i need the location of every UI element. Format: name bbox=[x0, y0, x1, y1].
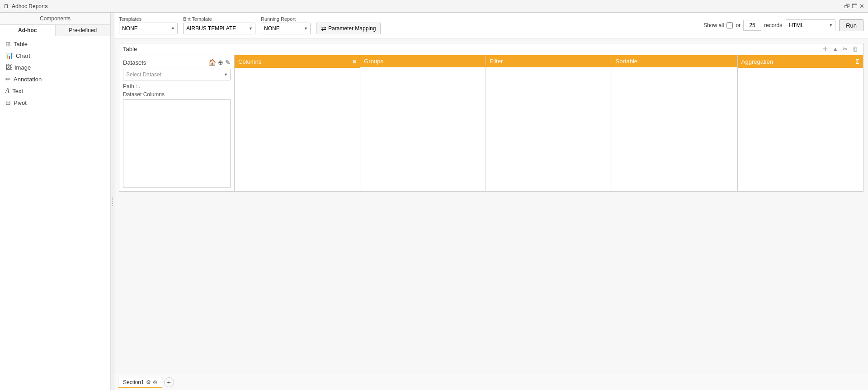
or-label: or bbox=[736, 22, 741, 28]
aggregation-panel: Aggregation Σ bbox=[738, 55, 863, 191]
sidebar-item-chart[interactable]: 📊 Chart bbox=[0, 50, 110, 61]
dataset-select[interactable]: Select Dataset bbox=[123, 69, 231, 80]
maximize-icon[interactable]: 🗖 bbox=[852, 3, 858, 9]
groups-panel-label: Groups bbox=[364, 58, 383, 65]
sidebar: Components Ad-hoc Pre-defined ⊞ Table 📊 … bbox=[0, 13, 111, 390]
tab-predefined[interactable]: Pre-defined bbox=[56, 25, 111, 36]
columns-panel-label: Columns bbox=[238, 58, 261, 65]
dataset-edit-icon[interactable]: ✎ bbox=[225, 59, 231, 66]
toolbar: Templates NONE Birt Template AIRBUS TEMP… bbox=[114, 13, 868, 38]
format-select-wrapper: HTML PDF Excel CSV bbox=[786, 19, 835, 31]
running-report-select[interactable]: NONE bbox=[261, 23, 311, 34]
sidebar-items: ⊞ Table 📊 Chart 🖼 Image ✏ Annotation A T… bbox=[0, 36, 110, 110]
templates-label: Templates bbox=[119, 16, 178, 22]
run-button[interactable]: Run bbox=[839, 19, 863, 31]
dataset-select-wrapper: Select Dataset bbox=[123, 69, 231, 80]
annotation-icon: ✏ bbox=[5, 75, 11, 83]
templates-group: Templates NONE bbox=[119, 16, 178, 34]
aggregation-panel-icon: Σ bbox=[855, 58, 859, 65]
sidebar-item-text[interactable]: A Text bbox=[0, 85, 110, 97]
toolbar-right: Show all or records HTML PDF Excel CSV R… bbox=[703, 19, 863, 31]
section-up-icon[interactable]: ▲ bbox=[831, 45, 840, 53]
table-icon: ⊞ bbox=[5, 40, 11, 47]
title-bar-controls: 🗗 🗖 ✕ bbox=[844, 3, 864, 9]
running-report-label: Running Report bbox=[261, 16, 311, 22]
columns-panels: Columns ≡ Groups bbox=[235, 55, 863, 191]
sortable-panel-header: Sortable bbox=[612, 55, 737, 67]
sidebar-item-image-label: Image bbox=[14, 64, 31, 71]
columns-panel-header: Columns ≡ bbox=[235, 55, 360, 68]
table-section-title: Table bbox=[123, 46, 137, 52]
columns-panel: Columns ≡ bbox=[235, 55, 360, 191]
aggregation-panel-header: Aggregation Σ bbox=[738, 55, 863, 68]
section-delete-icon[interactable]: 🗑 bbox=[851, 45, 859, 53]
dataset-panel: Datasets 🏠 ⊕ ✎ Select Dataset Path : . D… bbox=[119, 55, 235, 191]
sidebar-item-image[interactable]: 🖼 Image bbox=[0, 61, 110, 73]
dataset-columns-box bbox=[123, 99, 231, 188]
section1-close-icon[interactable]: ⊗ bbox=[153, 379, 157, 385]
birt-template-select-wrapper: AIRBUS TEMPLATE bbox=[183, 23, 255, 34]
sidebar-item-chart-label: Chart bbox=[16, 52, 30, 59]
aggregation-panel-label: Aggregation bbox=[741, 58, 773, 65]
dataset-title: Datasets bbox=[123, 59, 146, 66]
title-bar-left: 🗒 Adhoc Reports bbox=[4, 3, 47, 9]
records-input[interactable] bbox=[743, 20, 761, 31]
table-section-header: Table ✛ ▲ ✂ 🗑 bbox=[119, 43, 863, 55]
running-report-select-wrapper: NONE bbox=[261, 23, 311, 34]
main-layout: Components Ad-hoc Pre-defined ⊞ Table 📊 … bbox=[0, 13, 868, 390]
app-title: Adhoc Reports bbox=[12, 3, 47, 9]
bottom-tab-section1[interactable]: Section1 ⚙ ⊗ bbox=[118, 377, 162, 388]
section-actions: ✛ ▲ ✂ 🗑 bbox=[821, 45, 859, 53]
title-bar: 🗒 Adhoc Reports 🗗 🗖 ✕ bbox=[0, 0, 868, 13]
columns-panel-icon: ≡ bbox=[353, 58, 356, 65]
dataset-path: Path : . bbox=[123, 83, 231, 89]
groups-panel: Groups bbox=[360, 55, 486, 191]
sidebar-item-pivot-label: Pivot bbox=[14, 99, 27, 106]
sortable-panel-label: Sortable bbox=[616, 58, 637, 65]
sidebar-header: Components bbox=[0, 13, 110, 25]
parameter-mapping-label: Parameter Mapping bbox=[328, 25, 376, 32]
format-select[interactable]: HTML PDF Excel CSV bbox=[786, 19, 835, 31]
table-content: Datasets 🏠 ⊕ ✎ Select Dataset Path : . D… bbox=[119, 55, 863, 191]
section1-settings-icon[interactable]: ⚙ bbox=[146, 379, 151, 385]
birt-template-group: Birt Template AIRBUS TEMPLATE bbox=[183, 16, 255, 34]
templates-select[interactable]: NONE bbox=[119, 23, 178, 34]
tab-adhoc[interactable]: Ad-hoc bbox=[0, 25, 56, 36]
parameter-mapping-button[interactable]: ⇄ Parameter Mapping bbox=[316, 23, 381, 34]
text-icon: A bbox=[5, 87, 9, 94]
sidebar-item-table[interactable]: ⊞ Table bbox=[0, 38, 110, 50]
sidebar-resizer[interactable] bbox=[111, 13, 114, 390]
section1-label: Section1 bbox=[123, 379, 144, 385]
records-group: Show all or records bbox=[703, 20, 782, 31]
close-icon[interactable]: ✕ bbox=[859, 3, 864, 9]
sidebar-item-annotation[interactable]: ✏ Annotation bbox=[0, 73, 110, 85]
dataset-add-icon[interactable]: ⊕ bbox=[218, 59, 223, 66]
running-report-group: Running Report NONE bbox=[261, 16, 311, 34]
filter-panel-header: Filter bbox=[486, 55, 611, 67]
pivot-icon: ⊟ bbox=[5, 99, 11, 106]
section-move-icon[interactable]: ✛ bbox=[821, 45, 829, 53]
groups-panel-header: Groups bbox=[360, 55, 486, 67]
filter-panel: Filter bbox=[486, 55, 612, 191]
parameter-mapping-icon: ⇄ bbox=[321, 25, 326, 32]
sidebar-item-pivot[interactable]: ⊟ Pivot bbox=[0, 97, 110, 108]
sidebar-tabs: Ad-hoc Pre-defined bbox=[0, 25, 110, 36]
chart-icon: 📊 bbox=[5, 52, 13, 59]
columns-panel-body bbox=[235, 68, 360, 191]
app-icon: 🗒 bbox=[4, 3, 9, 9]
show-all-checkbox[interactable] bbox=[726, 22, 733, 28]
section-cut-icon[interactable]: ✂ bbox=[841, 45, 849, 53]
minimize-icon[interactable]: 🗗 bbox=[844, 3, 850, 9]
dataset-home-icon[interactable]: 🏠 bbox=[208, 59, 216, 66]
sidebar-item-text-label: Text bbox=[12, 88, 23, 94]
sortable-panel-body bbox=[612, 67, 737, 191]
add-section-button[interactable]: + bbox=[164, 377, 174, 387]
image-icon: 🖼 bbox=[5, 64, 12, 71]
birt-template-select[interactable]: AIRBUS TEMPLATE bbox=[183, 23, 255, 34]
show-all-label: Show all bbox=[703, 22, 724, 28]
report-area: Table ✛ ▲ ✂ 🗑 Datasets 🏠 bbox=[114, 38, 868, 374]
sidebar-item-annotation-label: Annotation bbox=[14, 76, 42, 83]
dataset-header: Datasets 🏠 ⊕ ✎ bbox=[123, 59, 231, 66]
sortable-panel: Sortable bbox=[612, 55, 738, 191]
filter-panel-label: Filter bbox=[490, 58, 503, 65]
